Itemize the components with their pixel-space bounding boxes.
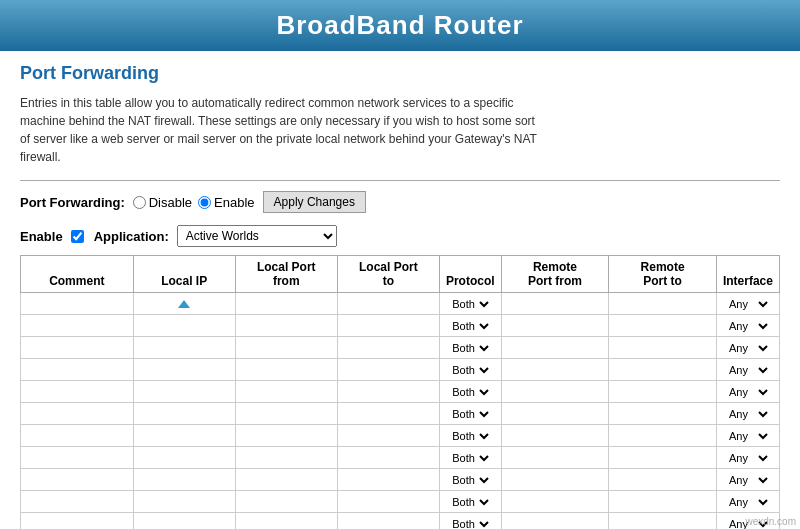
cell-comment[interactable] <box>21 469 134 491</box>
cell-local-ip[interactable] <box>133 447 235 469</box>
local-ip-input[interactable] <box>138 518 231 530</box>
cell-local-port-to[interactable] <box>337 403 439 425</box>
remote-port-to-input[interactable] <box>613 496 712 508</box>
cell-local-port-to[interactable] <box>337 315 439 337</box>
cell-comment[interactable] <box>21 337 134 359</box>
application-select[interactable]: Active WorldsAIM TalkDNSFTPHTTPHTTPSIMAP… <box>177 225 337 247</box>
local-port-to-input[interactable] <box>342 452 435 464</box>
cell-local-port-to[interactable] <box>337 513 439 530</box>
remote-port-to-input[interactable] <box>613 364 712 376</box>
interface-select[interactable]: AnyWANLAN <box>725 363 771 377</box>
remote-port-to-input[interactable] <box>613 452 712 464</box>
comment-input[interactable] <box>25 408 129 420</box>
remote-port-from-input[interactable] <box>506 430 605 442</box>
protocol-select[interactable]: BothTCPUDP <box>448 495 492 509</box>
cell-local-port-to[interactable] <box>337 491 439 513</box>
comment-input[interactable] <box>25 496 129 508</box>
cell-remote-port-from[interactable] <box>501 315 609 337</box>
local-port-to-input[interactable] <box>342 320 435 332</box>
protocol-select[interactable]: BothTCPUDP <box>448 473 492 487</box>
cell-remote-port-from[interactable] <box>501 293 609 315</box>
cell-local-port-from[interactable] <box>235 293 337 315</box>
remote-port-to-input[interactable] <box>613 342 712 354</box>
local-port-from-input[interactable] <box>240 430 333 442</box>
local-ip-input[interactable] <box>138 474 231 486</box>
cell-local-port-from[interactable] <box>235 359 337 381</box>
remote-port-to-input[interactable] <box>613 298 712 310</box>
local-ip-input[interactable] <box>138 364 231 376</box>
cell-remote-port-from[interactable] <box>501 513 609 530</box>
local-port-to-input[interactable] <box>342 298 435 310</box>
remote-port-to-input[interactable] <box>613 408 712 420</box>
protocol-select[interactable]: BothTCPUDP <box>448 319 492 333</box>
local-port-from-input[interactable] <box>240 298 333 310</box>
cell-comment[interactable] <box>21 315 134 337</box>
cell-remote-port-from[interactable] <box>501 491 609 513</box>
cell-local-port-from[interactable] <box>235 403 337 425</box>
remote-port-to-input[interactable] <box>613 474 712 486</box>
cell-remote-port-from[interactable] <box>501 469 609 491</box>
cell-interface[interactable]: AnyWANLAN <box>716 315 779 337</box>
comment-input[interactable] <box>25 320 129 332</box>
cell-protocol[interactable]: BothTCPUDP <box>439 403 501 425</box>
cell-protocol[interactable]: BothTCPUDP <box>439 359 501 381</box>
protocol-select[interactable]: BothTCPUDP <box>448 341 492 355</box>
local-ip-input[interactable] <box>138 430 231 442</box>
local-port-from-input[interactable] <box>240 342 333 354</box>
protocol-select[interactable]: BothTCPUDP <box>448 517 492 530</box>
cell-comment[interactable] <box>21 425 134 447</box>
remote-port-from-input[interactable] <box>506 342 605 354</box>
cell-comment[interactable] <box>21 447 134 469</box>
local-port-to-input[interactable] <box>342 496 435 508</box>
local-port-to-input[interactable] <box>342 518 435 530</box>
disable-radio[interactable] <box>133 196 146 209</box>
cell-interface[interactable]: AnyWANLAN <box>716 425 779 447</box>
local-ip-input[interactable] <box>138 342 231 354</box>
interface-select[interactable]: AnyWANLAN <box>725 297 771 311</box>
cell-protocol[interactable]: BothTCPUDP <box>439 337 501 359</box>
remote-port-from-input[interactable] <box>506 496 605 508</box>
cell-remote-port-to[interactable] <box>609 337 717 359</box>
comment-input[interactable] <box>25 364 129 376</box>
cell-interface[interactable]: AnyWANLAN <box>716 469 779 491</box>
remote-port-to-input[interactable] <box>613 430 712 442</box>
cell-local-ip[interactable] <box>133 469 235 491</box>
cell-protocol[interactable]: BothTCPUDP <box>439 315 501 337</box>
cell-local-port-to[interactable] <box>337 469 439 491</box>
remote-port-to-input[interactable] <box>613 320 712 332</box>
remote-port-from-input[interactable] <box>506 518 605 530</box>
comment-input[interactable] <box>25 452 129 464</box>
interface-select[interactable]: AnyWANLAN <box>725 385 771 399</box>
cell-remote-port-to[interactable] <box>609 425 717 447</box>
cell-comment[interactable] <box>21 491 134 513</box>
cell-remote-port-from[interactable] <box>501 359 609 381</box>
protocol-select[interactable]: BothTCPUDP <box>448 385 492 399</box>
local-port-from-input[interactable] <box>240 452 333 464</box>
cell-remote-port-from[interactable] <box>501 447 609 469</box>
cell-remote-port-from[interactable] <box>501 381 609 403</box>
comment-input[interactable] <box>25 518 129 530</box>
cell-interface[interactable]: AnyWANLAN <box>716 447 779 469</box>
cell-interface[interactable]: AnyWANLAN <box>716 293 779 315</box>
cell-local-port-to[interactable] <box>337 425 439 447</box>
local-ip-input[interactable] <box>138 452 231 464</box>
remote-port-to-input[interactable] <box>613 518 712 530</box>
local-ip-input[interactable] <box>138 386 231 398</box>
cell-remote-port-to[interactable] <box>609 293 717 315</box>
cell-interface[interactable]: AnyWANLAN <box>716 359 779 381</box>
cell-interface[interactable]: AnyWANLAN <box>716 403 779 425</box>
cell-local-port-from[interactable] <box>235 425 337 447</box>
local-port-to-input[interactable] <box>342 364 435 376</box>
remote-port-from-input[interactable] <box>506 386 605 398</box>
cell-interface[interactable]: AnyWANLAN <box>716 491 779 513</box>
apply-changes-button[interactable]: Apply Changes <box>263 191 366 213</box>
cell-remote-port-to[interactable] <box>609 359 717 381</box>
cell-remote-port-to[interactable] <box>609 315 717 337</box>
local-ip-input[interactable] <box>138 496 231 508</box>
cell-local-port-from[interactable] <box>235 381 337 403</box>
comment-input[interactable] <box>25 430 129 442</box>
cell-remote-port-to[interactable] <box>609 403 717 425</box>
local-port-from-input[interactable] <box>240 474 333 486</box>
protocol-select[interactable]: BothTCPUDP <box>448 407 492 421</box>
cell-comment[interactable] <box>21 359 134 381</box>
